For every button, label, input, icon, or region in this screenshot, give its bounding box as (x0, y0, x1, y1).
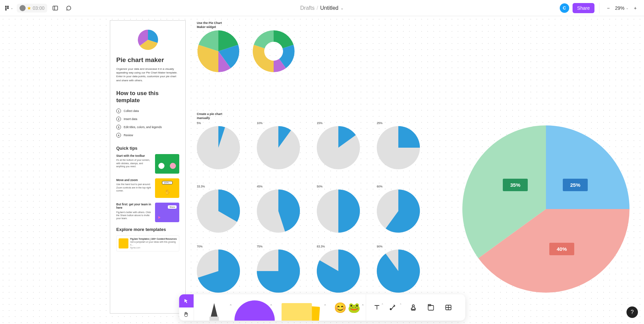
step-label: Collect data (124, 109, 139, 113)
quick-tips-heading: Quick tips (116, 146, 179, 151)
manual-pie-chart[interactable] (377, 249, 420, 293)
breadcrumb-separator: / (316, 5, 318, 11)
chevron-down-icon[interactable]: ⌄ (340, 6, 344, 10)
breadcrumb-title[interactable]: Untitled (320, 5, 338, 11)
zoom-out-button[interactable]: − (603, 3, 614, 13)
comments-button[interactable] (63, 3, 74, 13)
tip-title: Start with the toolbar (116, 154, 152, 157)
widget-pie-chart[interactable] (197, 30, 239, 72)
top-toolbar: ⌄ ★ 03:00 Drafts / Untitled ⌄ C Share − … (0, 0, 644, 16)
step-label: Insert data (124, 117, 137, 121)
tool-group-right: ⌃ ⌃ (366, 294, 460, 321)
user-avatar[interactable]: C (560, 3, 569, 13)
svg-rect-23 (428, 304, 431, 306)
panel-description: Organize your data and showcase it in a … (116, 67, 179, 82)
help-button[interactable]: ? (626, 306, 638, 318)
tip-thumbnail (155, 178, 179, 198)
mini-pie-chart (137, 29, 158, 50)
steps-list: 1Collect data2Insert data3Edit titles, c… (116, 109, 179, 138)
table-tool[interactable] (441, 300, 456, 315)
svg-rect-2 (5, 9, 7, 10)
svg-point-4 (7, 7, 9, 9)
svg-rect-22 (428, 305, 433, 310)
pie-percentage-label: 60% (377, 185, 382, 188)
pie-percentage-label: 25% (377, 121, 382, 125)
timer-star-icon: ★ (27, 5, 31, 11)
pie-slice-label[interactable]: 35% (503, 179, 528, 191)
manual-pie-chart[interactable] (257, 189, 300, 233)
svg-point-20 (412, 305, 414, 307)
manual-pie-chart[interactable] (257, 249, 300, 293)
chevron-up-icon[interactable]: ⌃ (324, 304, 327, 308)
select-tool-button[interactable] (179, 294, 193, 307)
share-button[interactable]: Share (573, 3, 594, 13)
pie-percentage-label: 70% (197, 245, 203, 248)
sticky-note-tool[interactable]: ⌃ (275, 294, 329, 321)
svg-rect-0 (5, 6, 7, 7)
zoom-in-button[interactable]: + (630, 3, 641, 13)
big-pie-chart[interactable] (462, 125, 630, 293)
figma-menu-button[interactable]: ⌄ (3, 3, 14, 13)
tip-title: But first: get your team in here (116, 203, 152, 209)
pie-slice-label[interactable]: 40% (549, 243, 574, 255)
tip-item: Move and zoomUse the hand tool to pan ar… (116, 178, 179, 198)
tip-desc: It's at the bottom of your screen, with … (116, 158, 152, 168)
manual-pie-chart[interactable] (197, 126, 240, 169)
explore-card-title: FigJam Templates | 100+ Curated Resource… (130, 238, 177, 240)
pie-slice-label[interactable]: 25% (563, 179, 588, 191)
pencil-tool[interactable]: ⌃ (194, 294, 234, 321)
bottom-toolbar: ⌃ ⌃ ⌃ 😊 🐸 ⌃ ⌃ ⌃ (179, 294, 465, 321)
panel-toggle-button[interactable] (50, 3, 61, 13)
text-tool[interactable]: ⌃ (371, 300, 386, 315)
manual-pie-chart[interactable] (317, 126, 360, 169)
explore-templates-card[interactable]: FigJam Templates | 100+ Curated Resource… (116, 235, 179, 252)
chevron-down-icon[interactable]: ⌄ (626, 6, 628, 10)
explore-card-desc: Get a jumpstart on your ideas with this … (130, 241, 177, 246)
manual-pie-chart[interactable] (257, 126, 300, 169)
chevron-up-icon[interactable]: ⌃ (361, 304, 364, 308)
zoom-controls: − 29% ⌄ + (599, 3, 641, 13)
tip-title: Move and zoom (116, 178, 152, 182)
tip-item: But first: get your team in hereFigJam's… (116, 203, 179, 222)
howto-heading: How to use this template (116, 90, 179, 104)
tip-thumbnail (155, 154, 179, 174)
tip-thumbnail (155, 203, 179, 222)
manual-pie-chart[interactable] (317, 249, 360, 293)
timer-value: 03:00 (33, 5, 44, 11)
shape-tool[interactable]: ⌃ (234, 294, 275, 321)
manual-pie-chart[interactable] (197, 249, 240, 293)
pie-percentage-label: 33.3% (197, 185, 205, 188)
manual-pie-chart[interactable] (317, 189, 360, 233)
chevron-up-icon[interactable]: ⌃ (229, 304, 232, 308)
shape-icon (234, 300, 275, 321)
canvas[interactable]: Pie chart maker Organize your data and s… (0, 16, 644, 324)
step-number: 2 (116, 117, 121, 121)
toolbar-left: ⌄ ★ 03:00 (3, 3, 74, 13)
info-panel[interactable]: Pie chart maker Organize your data and s… (110, 20, 186, 314)
manual-pie-chart[interactable] (377, 189, 420, 233)
explore-heading: Explore more templates (116, 227, 179, 232)
manual-pie-chart[interactable] (197, 189, 240, 233)
panel-title: Pie chart maker (116, 56, 179, 64)
pie-percentage-label: 15% (317, 121, 323, 125)
section-tool[interactable] (423, 300, 438, 315)
zoom-level[interactable]: 29% (615, 5, 624, 11)
pie-percentage-label: 10% (257, 121, 263, 125)
explore-text: FigJam Templates | 100+ Curated Resource… (130, 238, 177, 249)
chevron-up-icon[interactable]: ⌃ (270, 304, 273, 308)
pie-percentage-label: 83.3% (317, 245, 325, 248)
widget-donut-chart[interactable] (253, 30, 295, 72)
timer-pill[interactable]: ★ 03:00 (17, 4, 47, 12)
breadcrumb: Drafts / Untitled ⌄ (300, 5, 344, 11)
hand-tool-button[interactable] (179, 307, 193, 321)
step-number: 3 (116, 125, 121, 129)
stamp-emoji-tool[interactable]: 😊 🐸 ⌃ (329, 294, 366, 321)
breadcrumb-drafts[interactable]: Drafts (300, 5, 315, 11)
timer-avatar-icon (20, 5, 26, 11)
step-item: 3Edit titles, colors, and legends (116, 125, 179, 129)
pie-percentage-label: 50% (317, 185, 323, 188)
pencil-icon (209, 303, 219, 321)
manual-pie-chart[interactable] (377, 126, 420, 169)
stamp-tool[interactable] (406, 300, 421, 315)
connector-tool[interactable]: ⌃ (388, 300, 403, 315)
